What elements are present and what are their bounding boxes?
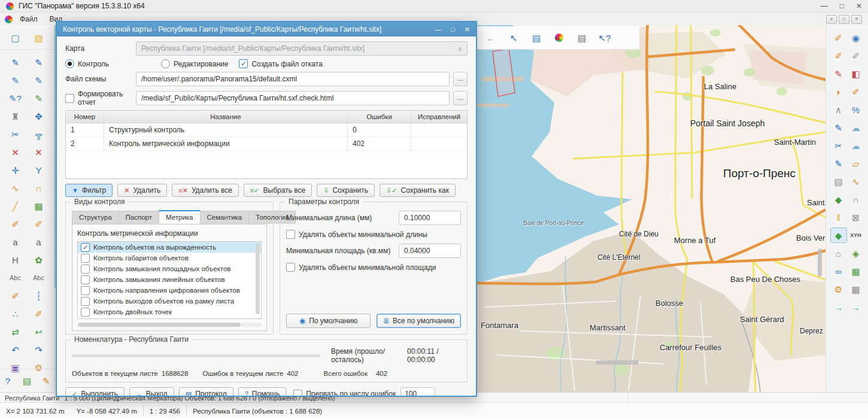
- pan-back-icon[interactable]: ←: [482, 30, 499, 45]
- monument-icon[interactable]: ♜: [7, 108, 24, 124]
- dialog-maximize-icon[interactable]: □: [451, 26, 455, 34]
- polyline-edit-icon[interactable]: ∿: [7, 180, 24, 196]
- checklist-item[interactable]: Контроль направления цифрования объектов: [78, 285, 261, 296]
- action-button[interactable]: ⇩✓ Сохранить как: [380, 184, 456, 197]
- horizontal-icon[interactable]: H: [7, 252, 24, 268]
- action-button[interactable]: ≡✕ Удалить все: [172, 184, 239, 197]
- tab[interactable]: Семантика: [200, 211, 249, 224]
- control-radio[interactable]: Контроль: [65, 59, 136, 68]
- polygon-ruler-icon[interactable]: ▱: [848, 156, 864, 171]
- return-object-icon[interactable]: ↩: [31, 324, 47, 339]
- protractor-icon[interactable]: ◗: [830, 84, 847, 99]
- pencil-accept-icon[interactable]: ✎: [31, 90, 47, 106]
- checklist-item[interactable]: Контроль замыкания площадных объектов: [78, 263, 261, 274]
- flashlight-area2-icon[interactable]: ✐: [848, 84, 864, 99]
- checklist-item[interactable]: Контроль выходов объектов на рамку листа: [78, 296, 261, 306]
- list-vscrollbar[interactable]: [256, 244, 260, 314]
- checklist-item[interactable]: Контроль объектов на вырожденность: [78, 242, 261, 253]
- help-doc-icon[interactable]: ?: [0, 373, 16, 388]
- abort-count-input[interactable]: [400, 387, 435, 396]
- abc-icon[interactable]: Abc: [7, 270, 24, 286]
- pencil-curve-icon[interactable]: ✎: [31, 72, 47, 88]
- map-marker-icon[interactable]: ▦: [848, 263, 864, 279]
- map-hscrollbar[interactable]: [596, 360, 639, 365]
- checklist-item[interactable]: Контроль габаритов объектов: [78, 253, 261, 263]
- footer-button[interactable]: → Выход: [129, 387, 174, 396]
- ruler-icon[interactable]: ╱: [7, 198, 24, 214]
- printer-icon[interactable]: ▤: [573, 30, 590, 45]
- abc-alt-icon[interactable]: Abc: [31, 270, 47, 286]
- cross-square-icon[interactable]: ⊠: [848, 210, 864, 225]
- exit-icon[interactable]: →: [830, 299, 847, 315]
- table-header-cell[interactable]: Номер: [66, 111, 104, 123]
- dialog-minimize-icon[interactable]: —: [435, 26, 441, 34]
- tab[interactable]: Метрика: [159, 210, 200, 223]
- mdi-restore-icon[interactable]: ∨: [826, 15, 837, 24]
- cloud-ruler-icon[interactable]: ☁: [848, 120, 864, 135]
- flashlight-layers-icon[interactable]: ✐: [830, 48, 847, 63]
- flashlight-icon[interactable]: ✐: [7, 216, 24, 232]
- arc-edit-icon[interactable]: ∩: [31, 180, 47, 196]
- abc-pencil-icon[interactable]: ✎: [830, 156, 847, 171]
- pipes-icon[interactable]: ‖: [830, 210, 847, 225]
- home-doc-icon[interactable]: ⌂: [830, 245, 847, 261]
- swap-objects-icon[interactable]: ⇄: [7, 324, 24, 339]
- exit2-icon[interactable]: →: [848, 299, 864, 315]
- chart-line-icon[interactable]: ∿: [848, 174, 864, 189]
- new-map-icon[interactable]: ▢: [8, 30, 22, 45]
- checkbox-icon[interactable]: [81, 297, 90, 306]
- table-row[interactable]: 2 Контроль метрической информации 402: [66, 137, 467, 151]
- xyh-icon[interactable]: XYH: [848, 227, 864, 243]
- scheme-browse-button[interactable]: ...: [453, 72, 468, 86]
- report-input[interactable]: /media/sf_Public/Карты/Республика Гаити/…: [136, 91, 450, 105]
- checkbox-icon[interactable]: [286, 263, 295, 272]
- help-cursor-icon[interactable]: ↖?: [596, 30, 613, 45]
- print-setup-icon[interactable]: ▤: [830, 174, 847, 189]
- map-layers-icon[interactable]: ◆: [830, 227, 847, 243]
- flashlight-points-icon[interactable]: ✐: [830, 30, 847, 45]
- text-box-icon[interactable]: a: [31, 234, 47, 250]
- abort-checkbox[interactable]: Прервать по числу ошибок: [293, 390, 396, 396]
- checkbox-icon[interactable]: [81, 254, 90, 263]
- overlap-squares-icon[interactable]: ◧: [848, 66, 864, 81]
- status-scale[interactable]: 1 : 29 456: [144, 408, 186, 415]
- dialog-titlebar[interactable]: Контроль векторной карты - Республика Га…: [57, 22, 476, 37]
- checkbox-icon[interactable]: [81, 243, 90, 252]
- min-length-input[interactable]: 0.10000: [399, 211, 461, 225]
- tab[interactable]: Структура: [72, 211, 119, 224]
- table-row[interactable]: 1 Структурный контроль 0: [66, 123, 467, 137]
- points-pencil-icon[interactable]: ✎: [830, 66, 847, 81]
- maximize-icon[interactable]: □: [840, 2, 844, 10]
- hierarchy-icon[interactable]: ∴: [7, 306, 24, 321]
- measure-points-icon[interactable]: ┆: [31, 288, 47, 303]
- pencil-icon[interactable]: ✎: [7, 54, 24, 70]
- settings2-icon[interactable]: ⚙: [830, 281, 847, 297]
- radio-icon[interactable]: [161, 59, 170, 68]
- cloud-small-icon[interactable]: ☁: [848, 138, 864, 153]
- all-default-button[interactable]: ≣ Все по умолчанию: [377, 314, 461, 328]
- color-wheel-icon[interactable]: ●: [551, 30, 567, 45]
- view-scheme-icon[interactable]: ◉: [848, 30, 864, 45]
- delete-min-length-checkbox[interactable]: Удалять объекты минимальной длины: [286, 230, 461, 239]
- close-icon[interactable]: ✕: [856, 2, 862, 10]
- flashlight-grid-icon[interactable]: ✐: [31, 216, 47, 232]
- footer-button[interactable]: ✓ Выполнить: [65, 387, 125, 396]
- list-hscrollbar[interactable]: [77, 323, 262, 327]
- delete-icon[interactable]: ✕: [7, 144, 24, 160]
- map-vscrollbar[interactable]: [818, 248, 822, 277]
- mdi-float-icon[interactable]: ◇: [839, 15, 849, 24]
- checklist-item[interactable]: Контроль замыкания линейных объектов: [78, 274, 261, 285]
- table-header-cell[interactable]: Название: [104, 111, 348, 123]
- tab[interactable]: Паспорт: [119, 211, 159, 224]
- checklist-item[interactable]: Контроль двойных точек: [78, 306, 261, 317]
- checkbox-icon[interactable]: [81, 265, 90, 274]
- redo-icon[interactable]: ↷: [31, 342, 47, 357]
- map-combobox[interactable]: Республика Гаити [/media/sf_Public/Карты…: [136, 41, 468, 56]
- mdi-close-icon[interactable]: ✕: [851, 15, 862, 24]
- percent-panel-icon[interactable]: %: [848, 102, 864, 117]
- checkbox-icon[interactable]: [239, 59, 248, 68]
- cut-metric-icon[interactable]: ✂: [830, 138, 847, 153]
- flashlight-off-icon[interactable]: ✐: [848, 48, 864, 63]
- radio-icon[interactable]: [65, 59, 74, 68]
- report-browse-button[interactable]: ...: [453, 91, 468, 105]
